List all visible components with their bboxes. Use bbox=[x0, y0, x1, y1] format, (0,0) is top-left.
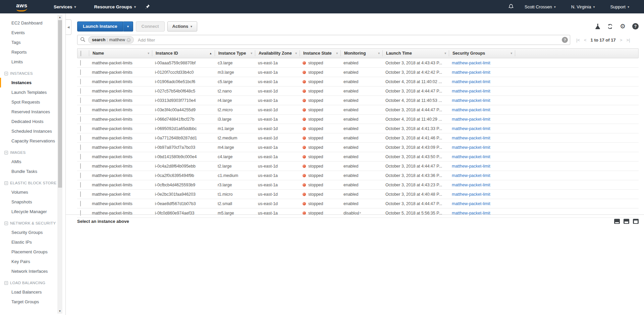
table-row[interactable]: matthew-packet-limitsi-03e3f4c00a44255d9… bbox=[77, 105, 639, 115]
collapse-section-icon[interactable]: − bbox=[4, 181, 8, 185]
security-group-link[interactable]: matthew-packet-limit bbox=[452, 79, 490, 84]
sidebar-item-scheduled-instances[interactable]: Scheduled Instances bbox=[0, 126, 65, 136]
gear-icon[interactable]: ⚙ bbox=[620, 23, 626, 29]
security-group-link[interactable]: matthew-packet-limit bbox=[452, 145, 490, 150]
row-checkbox[interactable] bbox=[80, 182, 81, 188]
column-header-availability-zone[interactable]: Availability Zone▾ bbox=[255, 50, 300, 56]
nav-resource-groups[interactable]: Resource Groups ▾ bbox=[90, 0, 141, 13]
aws-logo[interactable]: aws bbox=[16, 2, 30, 11]
sort-caret-icon[interactable]: ▾ bbox=[378, 52, 380, 55]
row-checkbox[interactable] bbox=[80, 69, 81, 75]
pagination-last-icon[interactable]: >| bbox=[626, 38, 630, 43]
table-row[interactable]: matthew-packet-limitsi-027c57b54b0f648c5… bbox=[77, 86, 639, 96]
row-checkbox[interactable] bbox=[80, 163, 81, 169]
column-header-launch-time[interactable]: Launch Time▾ bbox=[382, 50, 449, 56]
security-group-link[interactable]: matthew-packet-limit bbox=[452, 164, 490, 169]
nav-region-menu[interactable]: N. Virginia ▾ bbox=[567, 0, 600, 13]
sort-caret-icon[interactable]: ▾ bbox=[336, 52, 338, 55]
sidebar-item-spot-requests[interactable]: Spot Requests bbox=[0, 97, 65, 107]
table-row[interactable]: matthew-packet-limitsi-00aaa5759c98870bf… bbox=[77, 58, 639, 68]
filter-help-icon[interactable]: ? bbox=[562, 37, 568, 43]
row-checkbox[interactable] bbox=[80, 107, 81, 113]
sort-caret-icon[interactable]: ▾ bbox=[251, 52, 252, 55]
pane-large-icon[interactable] bbox=[633, 219, 639, 224]
nav-user-menu[interactable]: Scott Crossen ▾ bbox=[520, 0, 560, 13]
bell-icon[interactable] bbox=[508, 4, 514, 10]
security-group-link[interactable]: matthew-packet-limit bbox=[452, 98, 490, 103]
pane-medium-icon[interactable] bbox=[624, 219, 629, 224]
security-group-link[interactable]: matthew-packet-limit bbox=[452, 192, 490, 197]
row-checkbox[interactable] bbox=[80, 173, 81, 178]
remove-filter-icon[interactable]: ✕ bbox=[126, 38, 131, 42]
pushpin-icon[interactable] bbox=[145, 4, 150, 9]
pane-resize-handle[interactable] bbox=[355, 212, 361, 213]
table-row[interactable]: matthew-packet-limitsi-066d748841fbcf27b… bbox=[77, 115, 639, 124]
row-checkbox[interactable] bbox=[80, 201, 81, 206]
column-header-monitoring[interactable]: Monitoring▾ bbox=[340, 50, 382, 56]
sort-caret-icon[interactable]: ▾ bbox=[511, 52, 512, 55]
sidebar-scrollbar[interactable]: ▲ ▼ bbox=[57, 15, 62, 314]
sidebar-collapse-handle[interactable]: ◀ bbox=[66, 19, 71, 35]
security-group-link[interactable]: matthew-packet-limit bbox=[452, 89, 490, 93]
sidebar-item-tags[interactable]: Tags bbox=[0, 38, 65, 47]
sidebar-item-limits[interactable]: Limits bbox=[0, 57, 65, 67]
sort-ascending-icon[interactable]: ▲ bbox=[209, 52, 212, 55]
sort-caret-icon[interactable]: ▾ bbox=[444, 52, 446, 55]
sidebar-item-amis[interactable]: AMIs bbox=[0, 157, 65, 167]
row-checkbox[interactable] bbox=[80, 79, 81, 84]
filter-search-box[interactable]: search : matthew ✕ Add filter ? bbox=[77, 35, 570, 45]
sort-caret-icon[interactable]: ▾ bbox=[295, 52, 297, 55]
pagination-prev-icon[interactable]: < bbox=[584, 38, 587, 43]
sidebar-item-snapshots[interactable]: Snapshots bbox=[0, 197, 65, 207]
collapse-section-icon[interactable]: − bbox=[4, 281, 8, 285]
table-row[interactable]: matthew-packet-limitsi-01906adc06e51bcf6… bbox=[77, 77, 639, 86]
table-row[interactable]: matthew-packet-limitsi-0a7712648b9287dd1… bbox=[77, 133, 639, 143]
pagination-next-icon[interactable]: > bbox=[620, 38, 623, 43]
sidebar-item-reports[interactable]: Reports bbox=[0, 47, 65, 57]
sidebar-item-launch-templates[interactable]: Launch Templates bbox=[0, 87, 65, 97]
table-row[interactable]: matthew-packet-limitsi-0b97a870cf7a7bc03… bbox=[77, 143, 639, 152]
sidebar-item-reserved-instances[interactable]: Reserved Instances bbox=[0, 107, 65, 117]
actions-button[interactable]: Actions ▾ bbox=[167, 21, 197, 32]
table-row[interactable]: matthew-packet-limitsi-0eae8df567d1b07b3… bbox=[77, 199, 639, 208]
table-row[interactable]: matthew-packet-limitsi-0c4a2d8f64b095ebb… bbox=[77, 162, 639, 171]
row-checkbox[interactable] bbox=[80, 154, 81, 160]
security-group-link[interactable]: matthew-packet-limit bbox=[452, 70, 490, 75]
table-row[interactable]: matthew-packet-limitsi-0695092d1a65ddbbc… bbox=[77, 124, 639, 133]
table-row[interactable]: matthew-packet-limitsi-03313d9303f7710e4… bbox=[77, 96, 639, 105]
collapse-section-icon[interactable]: − bbox=[4, 222, 8, 225]
scrollbar-up-icon[interactable]: ▲ bbox=[57, 15, 62, 20]
sidebar-item-target-groups[interactable]: Target Groups bbox=[0, 297, 65, 307]
sidebar-scrollbar-thumb[interactable] bbox=[58, 20, 62, 188]
nav-support-menu[interactable]: Support ▾ bbox=[605, 0, 634, 13]
column-header-name[interactable]: Name▾ bbox=[89, 50, 152, 56]
add-filter-input[interactable]: Add filter bbox=[138, 38, 562, 43]
security-group-link[interactable]: matthew-packet-limit bbox=[452, 126, 490, 131]
nav-services[interactable]: Services ▾ bbox=[49, 0, 81, 13]
security-group-link[interactable]: matthew-packet-limit bbox=[452, 108, 490, 112]
row-checkbox[interactable] bbox=[80, 126, 81, 131]
sidebar-item-placement-groups[interactable]: Placement Groups bbox=[0, 247, 65, 257]
row-checkbox[interactable] bbox=[80, 116, 81, 122]
table-row[interactable]: matthew-packet-limitsi-0120f7cccfd33b4c0… bbox=[77, 68, 639, 77]
table-row[interactable]: matthew-packet-limitsi-0ca2f0c6395494f9b… bbox=[77, 171, 639, 180]
filter-tag-search-matthew[interactable]: search : matthew ✕ bbox=[88, 36, 134, 44]
pagination-first-icon[interactable]: |< bbox=[576, 38, 580, 43]
launch-instance-caret-button[interactable]: ▾ bbox=[123, 21, 133, 32]
scrollbar-down-icon[interactable]: ▼ bbox=[57, 309, 62, 314]
column-header-instance-state[interactable]: Instance State▾ bbox=[300, 50, 340, 56]
launch-instance-button[interactable]: Launch Instance bbox=[77, 21, 123, 32]
select-all-checkbox[interactable] bbox=[80, 51, 81, 56]
help-icon[interactable]: ? bbox=[632, 23, 639, 29]
security-group-link[interactable]: matthew-packet-limit bbox=[452, 61, 490, 65]
security-group-link[interactable]: matthew-packet-limit bbox=[452, 201, 490, 206]
sidebar-item-instances[interactable]: Instances bbox=[0, 78, 65, 87]
sidebar-item-security-groups[interactable]: Security Groups bbox=[0, 228, 65, 237]
security-group-link[interactable]: matthew-packet-limit bbox=[452, 136, 490, 140]
row-checkbox[interactable] bbox=[80, 144, 81, 150]
sort-caret-icon[interactable]: ▾ bbox=[148, 52, 149, 55]
sidebar-item-capacity-reservations[interactable]: Capacity Reservations bbox=[0, 136, 65, 146]
column-header-security-groups[interactable]: Security Groups▾ bbox=[449, 50, 515, 56]
sidebar-item-volumes[interactable]: Volumes bbox=[0, 187, 65, 197]
sidebar-item-events[interactable]: Events bbox=[0, 28, 65, 38]
